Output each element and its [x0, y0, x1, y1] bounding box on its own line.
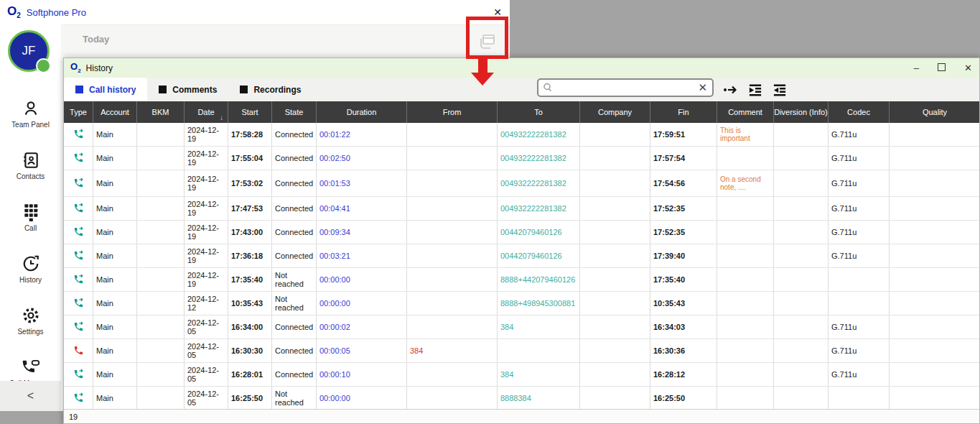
header-cell-diversion[interactable]: Diversion (Info) — [774, 101, 829, 123]
tab-recordings[interactable]: Recordings — [228, 78, 312, 101]
header-cell-date[interactable]: Date↓ — [185, 101, 228, 123]
cell-to: 004932222281382 — [498, 123, 580, 146]
header-cell-account[interactable]: Account — [93, 101, 137, 123]
cell-to: 384 — [498, 315, 580, 338]
cell-duration: 00:00:05 — [317, 339, 407, 362]
cell-date: 2024-12-12 — [185, 292, 228, 315]
cell-type — [64, 339, 93, 362]
cell-quality — [890, 339, 979, 362]
sidebar-item-contacts[interactable]: Contacts — [0, 139, 61, 191]
header-cell-from[interactable]: From — [407, 101, 498, 123]
header-cell-to[interactable]: To — [498, 101, 580, 123]
cell-account: Main — [93, 315, 137, 338]
presence-status-dot — [36, 58, 51, 73]
table-row[interactable]: Main2024-12-0516:28:01Connected00:00:103… — [64, 363, 979, 387]
header-cell-fin[interactable]: Fin — [650, 101, 717, 123]
header-label: Account — [101, 108, 129, 116]
header-cell-duration[interactable]: Duration — [317, 101, 407, 123]
cell-date: 2024-12-05 — [185, 387, 228, 410]
tab-label: Call history — [89, 85, 136, 95]
cell-company — [580, 387, 650, 410]
cell-bkm — [137, 123, 185, 146]
header-cell-quality[interactable]: Quality — [890, 101, 979, 123]
table-row[interactable]: Main2024-12-1917:35:40Not reached00:00:0… — [64, 268, 979, 292]
table-row[interactable]: Main2024-12-0516:30:30Connected00:00:053… — [64, 339, 979, 363]
cell-diversion — [774, 123, 829, 146]
header-cell-comment[interactable]: Comment — [717, 101, 774, 123]
header-cell-codec[interactable]: Codec — [829, 101, 890, 123]
indent-out-icon[interactable] — [772, 83, 788, 96]
cell-start: 17:36:18 — [228, 244, 272, 267]
cell-bkm — [137, 387, 185, 410]
cell-date: 2024-12-05 — [185, 363, 228, 386]
header-cell-start[interactable]: Start — [228, 101, 272, 123]
cell-comment — [717, 268, 774, 291]
detach-window-icon[interactable] — [474, 29, 500, 55]
tab-label: Recordings — [253, 85, 301, 95]
cell-duration: 00:09:34 — [317, 221, 407, 244]
dialpad-icon — [22, 203, 40, 221]
outgoing-call-icon — [73, 298, 84, 310]
close-icon[interactable]: ✕ — [964, 63, 972, 73]
header-cell-company[interactable]: Company — [580, 101, 650, 123]
sidebar-item-call[interactable]: Call — [0, 191, 61, 243]
header-cell-type[interactable]: Type — [64, 101, 93, 123]
cell-codec: G.711u — [829, 315, 890, 338]
cell-fin: 17:52:35 — [650, 197, 717, 220]
table-row[interactable]: Main2024-12-1917:43:00Connected00:09:340… — [64, 221, 979, 244]
table-row[interactable]: Main2024-12-0516:34:00Connected00:00:023… — [64, 315, 979, 339]
table-row[interactable]: Main2024-12-1917:36:18Connected00:03:210… — [64, 244, 979, 268]
cell-diversion — [774, 292, 829, 315]
cell-company — [580, 315, 650, 338]
cell-diversion — [774, 315, 829, 338]
cell-bkm — [137, 197, 185, 220]
sidebar-collapse-button[interactable]: < — [0, 381, 61, 411]
o2-logo: O2 — [70, 62, 81, 74]
sidebar: JF Team PanelContactsCallHistorySettings… — [0, 24, 61, 411]
cell-to: 00442079460126 — [498, 221, 580, 244]
header-cell-bkm[interactable]: BKM — [137, 101, 185, 123]
sidebar-item-settings[interactable]: Settings — [0, 295, 61, 346]
table-row[interactable]: Main2024-12-1917:47:53Connected00:04:410… — [64, 197, 979, 221]
cell-fin: 17:52:35 — [650, 221, 717, 244]
search-clear-icon[interactable]: ✕ — [693, 81, 712, 94]
minimize-icon[interactable]: – — [914, 63, 919, 73]
table-row[interactable]: Main2024-12-1917:55:04Connected00:02:500… — [64, 147, 979, 170]
call-history-table: TypeAccountBKMDate↓StartStateDurationFro… — [64, 101, 979, 410]
outgoing-call-icon — [73, 152, 84, 165]
header-cell-state[interactable]: State — [272, 101, 317, 123]
close-icon[interactable]: ✕ — [491, 6, 504, 19]
tab-call-history[interactable]: Call history — [64, 78, 147, 101]
cell-start: 16:34:00 — [228, 315, 272, 338]
chevron-left-icon: < — [27, 390, 34, 402]
table-row[interactable]: Main2024-12-1917:53:02Connected00:01:530… — [64, 170, 979, 197]
maximize-icon[interactable] — [938, 63, 946, 73]
tab-square-icon — [240, 86, 248, 93]
cell-company — [580, 147, 650, 170]
header-label: State — [285, 108, 304, 116]
cell-date: 2024-12-19 — [185, 268, 228, 291]
cell-quality — [890, 315, 979, 338]
indent-in-icon[interactable] — [747, 83, 763, 96]
cell-from — [407, 244, 498, 267]
cell-state: Connected — [272, 363, 317, 386]
cell-start: 16:28:01 — [228, 363, 272, 386]
table-row[interactable]: Main2024-12-0516:25:50Not reached00:00:0… — [64, 387, 979, 410]
search-input[interactable] — [556, 82, 693, 93]
cell-type — [64, 221, 93, 244]
sidebar-item-team-panel[interactable]: Team Panel — [0, 88, 61, 139]
table-row[interactable]: Main2024-12-1210:35:43Not reached00:00:0… — [64, 292, 979, 315]
sidebar-item-label: History — [19, 276, 42, 284]
cell-to: 8888+498945300881 — [498, 292, 580, 315]
cell-fin: 17:54:56 — [650, 170, 717, 196]
table-row[interactable]: Main2024-12-1917:58:28Connected00:01:220… — [64, 123, 979, 147]
goto-arrow-icon[interactable] — [723, 83, 739, 96]
tab-comments[interactable]: Comments — [147, 78, 228, 101]
cell-codec: G.711u — [829, 221, 890, 244]
sidebar-item-history[interactable]: History — [0, 243, 61, 295]
cell-codec: G.711u — [829, 170, 890, 196]
o2-logo: O2 — [7, 5, 21, 19]
cell-date: 2024-12-19 — [185, 147, 228, 170]
header-label: Company — [598, 108, 632, 116]
avatar[interactable]: JF — [8, 30, 50, 72]
